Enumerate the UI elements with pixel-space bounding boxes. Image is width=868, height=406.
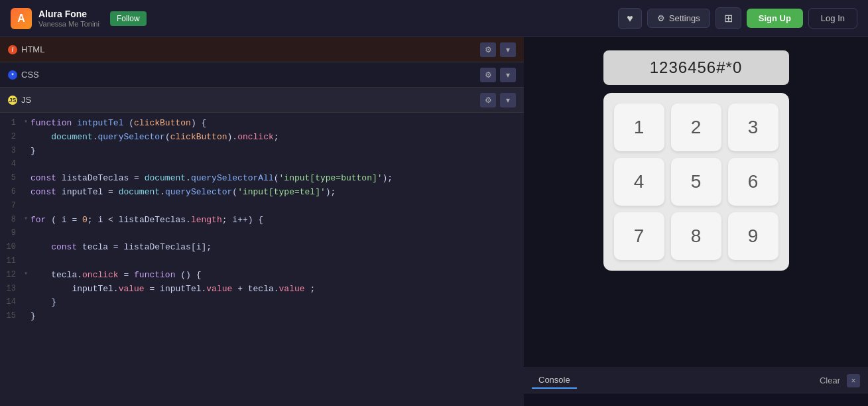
top-navigation: A Alura Fone Vanessa Me Tonini Follow ♥ …	[0, 0, 868, 37]
code-line-1: 1▾ function intputTel (clickButton) {	[0, 117, 524, 131]
right-panel: 1236456#*0 1 2 3 4 5 6 7 8 9 Console	[524, 37, 868, 406]
code-line-9: 9	[0, 227, 524, 241]
gear-icon: ⚙	[657, 13, 665, 23]
html-tab-label: / HTML	[8, 44, 480, 54]
code-line-7: 7	[0, 200, 524, 214]
code-line-6: 6 const inputTel = document.querySelecto…	[0, 186, 524, 200]
html-tab-header[interactable]: / HTML ⚙ ▾	[0, 37, 524, 62]
css-settings-button[interactable]: ⚙	[480, 68, 496, 82]
key-3[interactable]: 3	[728, 103, 778, 151]
key-2[interactable]: 2	[671, 103, 721, 151]
key-6[interactable]: 6	[728, 158, 778, 206]
html-tab-actions: ⚙ ▾	[480, 42, 516, 57]
console-area: Console Clear ×	[524, 368, 868, 406]
key-9[interactable]: 9	[728, 212, 778, 260]
css-tab-actions: ⚙ ▾	[480, 68, 516, 82]
code-editor[interactable]: 1▾ function intputTel (clickButton) { 2 …	[0, 113, 524, 406]
js-tab-actions: ⚙ ▾	[480, 93, 516, 107]
console-close-button[interactable]: ×	[847, 374, 860, 387]
js-settings-button[interactable]: ⚙	[480, 93, 496, 107]
code-line-5: 5 const listaDeTeclas = document.querySe…	[0, 172, 524, 186]
heart-icon: ♥	[627, 13, 633, 25]
css-dot: *	[8, 70, 17, 80]
preview-area: 1236456#*0 1 2 3 4 5 6 7 8 9	[524, 37, 868, 368]
follow-button[interactable]: Follow	[110, 11, 147, 26]
code-panel: / HTML ⚙ ▾ * CSS ⚙ ▾ JS JS	[0, 37, 524, 406]
console-header: Console Clear ×	[524, 368, 868, 393]
css-collapse-button[interactable]: ▾	[500, 68, 516, 82]
key-8[interactable]: 8	[671, 212, 721, 260]
js-tab-header[interactable]: JS JS ⚙ ▾	[0, 88, 524, 113]
signup-button[interactable]: Sign Up	[747, 9, 803, 28]
key-4[interactable]: 4	[614, 158, 664, 206]
console-clear-button[interactable]: Clear	[816, 374, 844, 387]
settings-button[interactable]: ⚙ Settings	[647, 9, 710, 28]
key-7[interactable]: 7	[614, 212, 664, 260]
keypad: 1 2 3 4 5 6 7 8 9	[603, 93, 789, 271]
code-line-13: 13 inputTel.value = inputTel.value + tec…	[0, 283, 524, 297]
key-5[interactable]: 5	[671, 158, 721, 206]
code-line-11: 11	[0, 255, 524, 269]
heart-button[interactable]: ♥	[618, 8, 642, 29]
code-line-12: 12▾ tecla.onclick = function () {	[0, 269, 524, 283]
grid-icon: ⊞	[724, 12, 733, 25]
code-line-10: 10 const tecla = listaDeTeclas[i];	[0, 241, 524, 255]
html-collapse-button[interactable]: ▾	[500, 42, 516, 57]
key-1[interactable]: 1	[614, 103, 664, 151]
app-title-area: Alura Fone Vanessa Me Tonini	[38, 9, 99, 28]
js-dot: JS	[8, 96, 17, 105]
js-tab-label: JS JS	[8, 95, 480, 105]
css-tab-label: * CSS	[8, 70, 480, 80]
code-line-8: 8▾ for ( i = 0; i < listaDeTeclas.length…	[0, 214, 524, 228]
html-settings-button[interactable]: ⚙	[480, 42, 496, 57]
css-tab-header[interactable]: * CSS ⚙ ▾	[0, 62, 524, 88]
code-line-3: 3 }	[0, 145, 524, 159]
phone-display: 1236456#*0	[603, 50, 789, 85]
app-logo-icon: A	[11, 8, 32, 29]
logo-area: A Alura Fone Vanessa Me Tonini Follow	[11, 8, 147, 29]
main-content: / HTML ⚙ ▾ * CSS ⚙ ▾ JS JS	[0, 37, 868, 406]
console-body	[524, 393, 868, 406]
grid-button[interactable]: ⊞	[715, 7, 741, 29]
code-line-15: 15 }	[0, 310, 524, 324]
js-collapse-button[interactable]: ▾	[500, 93, 516, 107]
code-line-4: 4	[0, 158, 524, 172]
app-title: Alura Fone	[38, 9, 99, 20]
app-author: Vanessa Me Tonini	[38, 20, 99, 28]
code-line-2: 2 document.querySelector(clickButton).on…	[0, 131, 524, 145]
html-dot: /	[8, 45, 17, 54]
login-button[interactable]: Log In	[808, 8, 857, 29]
code-line-14: 14 }	[0, 296, 524, 310]
console-tab[interactable]: Console	[532, 372, 577, 389]
phone-ui: 1236456#*0 1 2 3 4 5 6 7 8 9	[603, 50, 789, 271]
